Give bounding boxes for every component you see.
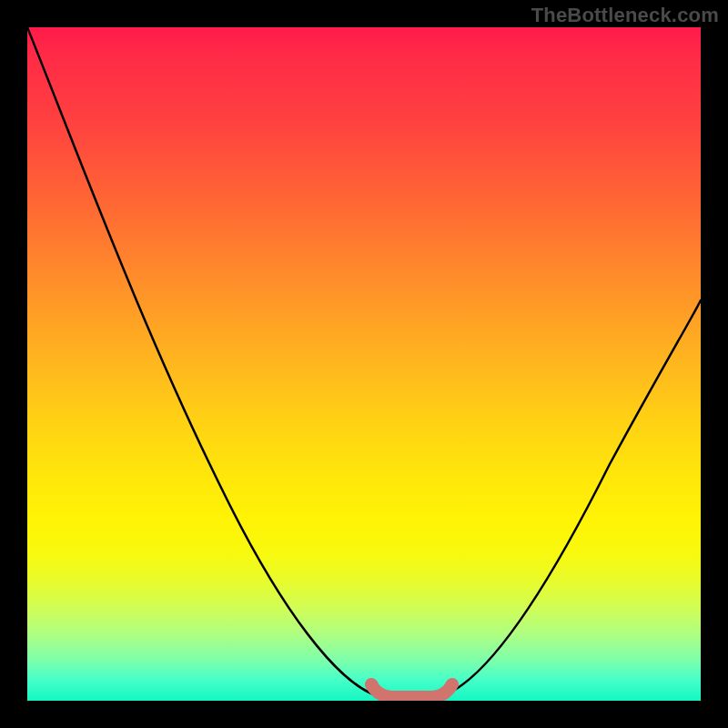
watermark-label: TheBottleneck.com xyxy=(531,4,719,27)
trough-end-right xyxy=(445,679,458,692)
trough-end-left xyxy=(366,679,379,692)
bottleneck-curve xyxy=(27,27,701,701)
trough-marker xyxy=(371,684,452,697)
plot-area xyxy=(27,27,701,701)
chart-frame: TheBottleneck.com xyxy=(0,0,728,728)
curve-path xyxy=(27,27,701,696)
